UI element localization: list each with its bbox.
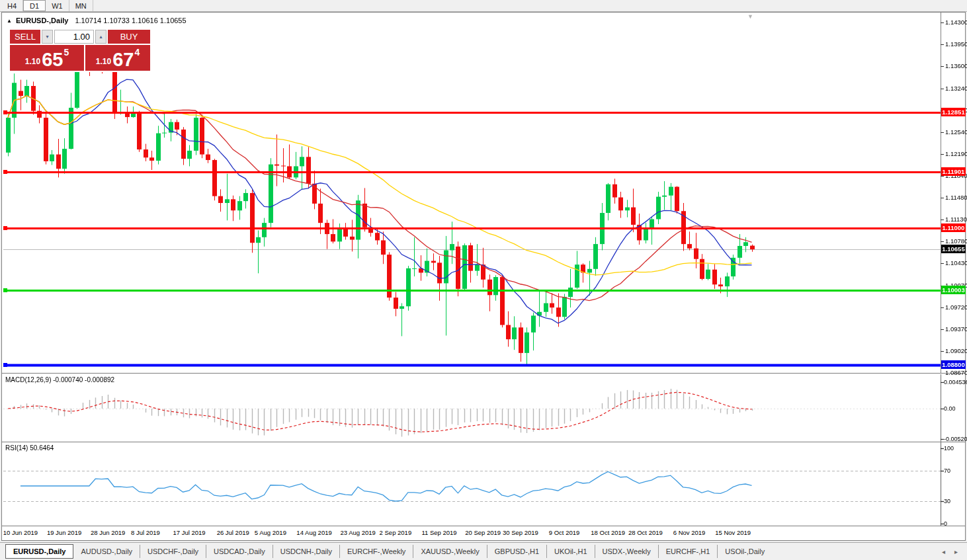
price-level-label: 1.11901 [941,167,966,176]
buy-price-button[interactable]: 1.10 67 4 [85,45,150,71]
tab-usdcnh-daily[interactable]: USDCNH-,Daily [273,545,339,558]
tab-usdchf-daily[interactable]: USDCHF-,Daily [140,545,206,558]
macd-label: MACD(12,26,9) -0.000740 -0.000892 [5,376,114,383]
macd-pane: MACD(12,26,9) -0.000740 -0.000892 0.0045… [2,374,965,442]
date-axis[interactable]: 10 Jun 201919 Jun 201928 Jun 20198 Jul 2… [2,526,965,540]
price-level-label: 1.12851 [941,108,966,116]
rsi-label: RSI(14) 50.6464 [5,444,54,452]
macd-axis-tick: 0.00 [944,405,956,412]
price-axis-tick: 1.13240 [945,85,967,92]
rsi-axis-tick: 0 [944,520,947,527]
chart-symbol-label: EURUSD-,Daily [16,17,68,24]
sell-price-sup: 5 [63,47,69,58]
macd-axis-tick: 0.004536 [944,379,967,385]
date-axis-label: 18 Oct 2019 [591,529,625,536]
tab-usdcad-daily[interactable]: USDCAD-,Daily [206,545,273,558]
main-price-pane: ▲ EURUSD-,Daily 1.10714 1.10733 1.10616 … [2,13,965,374]
date-axis-label: 17 Jul 2019 [173,529,205,536]
tab-eurchf-h1[interactable]: EURCHF-,H1 [658,545,718,558]
date-axis-label: 23 Aug 2019 [341,529,376,536]
tab-scroll-left-icon[interactable]: ◂ [942,548,945,555]
rsi-pane: RSI(14) 50.6464 10070300 [2,442,965,526]
price-axis-tick: 1.13950 [945,40,967,48]
date-axis-label: 26 Jul 2019 [217,529,249,536]
date-axis-label: 28 Oct 2019 [628,529,663,536]
buy-button[interactable]: BUY [108,30,150,44]
sell-price-base: 1.10 [25,57,40,66]
price-level-label: 1.11000 [941,223,966,232]
tab-scroll-nav: ◂▸ [942,548,962,555]
date-axis-label: 28 Jun 2019 [91,529,125,536]
chart-window: ▲ EURUSD-,Daily 1.10714 1.10733 1.10616 … [1,12,966,541]
volume-decrease-button[interactable]: ▾ [42,30,53,44]
trade-widget: SELL ▾ 1.00 ▴ BUY 1.10 65 5 1.10 67 4 [9,28,151,72]
sell-price-big: 65 [42,51,63,69]
price-axis-tick: 1.10780 [945,237,967,245]
date-axis-label: 6 Nov 2019 [673,529,706,536]
tab-usoil-daily[interactable]: USOil-,Daily [717,545,772,558]
tab-eurusd-daily[interactable]: EURUSD-,Daily [5,544,73,559]
buy-price-base: 1.10 [96,57,111,66]
date-axis-label: 8 Jul 2019 [131,529,160,536]
date-axis-label: 9 Oct 2019 [549,529,579,536]
buy-price-big: 67 [112,51,134,69]
date-axis-label: 30 Sep 2019 [503,529,538,536]
timeframe-button-w1[interactable]: W1 [46,0,69,11]
macd-chart-canvas[interactable] [2,374,965,442]
date-axis-label: 19 Jun 2019 [47,529,81,536]
tab-eurchf-weekly[interactable]: EURCHF-,Weekly [339,545,413,558]
rsi-axis-tick: 30 [944,498,950,504]
rsi-chart-canvas[interactable] [2,442,965,526]
date-axis-label: 20 Sep 2019 [465,529,501,536]
price-axis-tick: 1.10430 [945,259,967,266]
chart-title: ▲ EURUSD-,Daily 1.10714 1.10733 1.10616 … [7,17,187,24]
timeframe-button-d1[interactable]: D1 [23,0,46,11]
tab-ukoil-h1[interactable]: UKOil-,H1 [546,545,595,558]
tab-xauusd-weekly[interactable]: XAUUSD-,Weekly [413,545,486,558]
timeframe-button-h4[interactable]: H4 [1,0,23,11]
price-axis-tick: 1.08670 [945,369,967,376]
volume-increase-button[interactable]: ▴ [95,30,106,44]
price-level-label: 1.08800 [941,360,966,369]
rsi-axis-tick: 70 [944,467,950,474]
price-axis-tick: 1.14300 [945,19,967,26]
chart-ohlc-values: 1.10714 1.10733 1.10616 1.10655 [75,17,186,24]
symbol-marker-icon: ▲ [7,18,12,24]
price-axis-tick: 1.09020 [945,347,967,354]
tab-audusd-daily[interactable]: AUDUSD-,Daily [73,545,140,558]
tab-gbpusd-h1[interactable]: GBPUSD-,H1 [487,545,546,558]
rsi-axis-tick: 100 [944,445,954,452]
buy-price-sup: 4 [134,47,140,58]
sell-button[interactable]: SELL [10,30,40,44]
price-axis-tick: 1.12540 [945,128,967,136]
sell-price-button[interactable]: 1.10 65 5 [10,45,84,71]
date-axis-label: 5 Aug 2019 [255,529,286,536]
date-axis-label: 14 Aug 2019 [296,529,331,536]
price-axis-tick: 1.11130 [945,216,967,223]
date-axis-label: 11 Sep 2019 [421,529,456,536]
current-price-label: 1.10655 [941,245,966,253]
date-axis-label: 15 Nov 2019 [715,529,751,536]
timeframe-toolbar: H4D1W1MN [0,0,967,12]
price-axis-tick: 1.09370 [945,325,967,333]
tab-scroll-right-icon[interactable]: ▸ [954,548,958,555]
macd-axis-tick: -0.005205 [944,436,967,442]
scroll-to-end-icon: ▼ [747,13,753,20]
tab-usdx-weekly[interactable]: USDX-,Weekly [595,545,658,558]
timeframe-button-mn[interactable]: MN [69,0,93,11]
volume-input[interactable]: 1.00 [54,30,94,44]
date-axis-label: 2 Sep 2019 [380,529,412,536]
price-axis-tick: 1.13600 [945,62,967,69]
price-axis-tick: 1.09720 [945,303,967,311]
price-level-label: 1.10003 [941,286,966,294]
symbol-tab-bar: EURUSD-,DailyAUDUSD-,DailyUSDCHF-,DailyU… [0,542,967,560]
price-axis-tick: 1.12190 [945,150,967,157]
price-axis-tick: 1.11480 [945,194,967,201]
date-axis-label: 10 Jun 2019 [3,529,38,536]
